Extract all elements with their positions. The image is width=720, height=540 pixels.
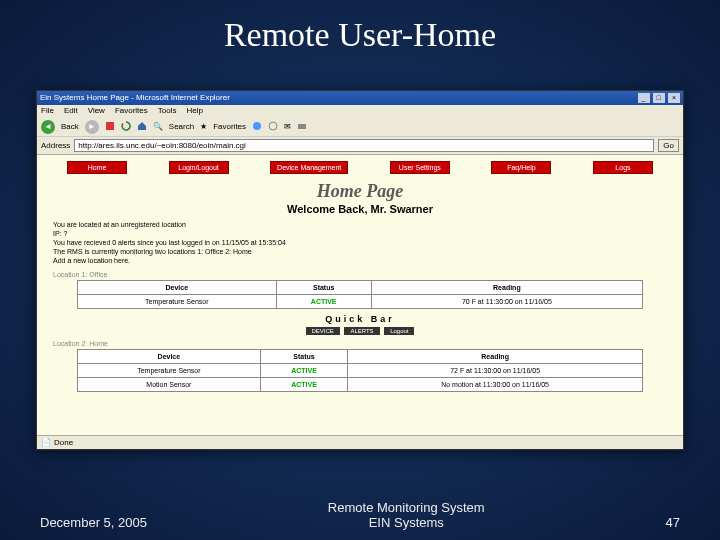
- minimize-button[interactable]: _: [638, 93, 650, 103]
- window-title: Ein Systems Home Page - Microsoft Intern…: [40, 91, 230, 105]
- nav-device-mgmt[interactable]: Device Management: [270, 161, 348, 174]
- cell-device: Motion Sensor: [78, 378, 261, 392]
- qb-alerts-button[interactable]: ALERTS: [344, 327, 379, 335]
- maximize-button[interactable]: □: [653, 93, 665, 103]
- refresh-icon[interactable]: [121, 121, 131, 133]
- info-block: You are located at an unregistered locat…: [37, 218, 683, 269]
- menu-favorites[interactable]: Favorites: [115, 105, 148, 117]
- footer-center: Remote Monitoring System EIN Systems: [328, 500, 485, 530]
- col-status: Status: [260, 350, 347, 364]
- quickbar-label: Quick Bar: [37, 313, 683, 325]
- info-line: You have recieved 0 alerts since you las…: [53, 238, 667, 247]
- location-1-title: Location 1: Office: [37, 269, 683, 280]
- cell-reading: 70 F at 11:30:00 on 11/16/05: [371, 295, 642, 309]
- qb-device-button[interactable]: DEVICE: [306, 327, 340, 335]
- welcome-text: Welcome Back, Mr. Swarner: [37, 203, 683, 218]
- mail-icon[interactable]: ✉: [284, 122, 291, 131]
- slide-footer: December 5, 2005 Remote Monitoring Syste…: [0, 500, 720, 530]
- nav-home[interactable]: Home: [67, 161, 127, 174]
- menu-view[interactable]: View: [88, 105, 105, 117]
- forward-icon[interactable]: ►: [85, 120, 99, 134]
- cell-reading: 72 F at 11:30:00 on 11/16/05: [348, 364, 643, 378]
- nav-tabs: Home Login/Logout Device Management User…: [37, 155, 683, 178]
- qb-logout-button[interactable]: Logout: [384, 327, 414, 335]
- history-icon[interactable]: [268, 121, 278, 133]
- cell-status: ACTIVE: [276, 295, 371, 309]
- browser-window: Ein Systems Home Page - Microsoft Intern…: [36, 90, 684, 450]
- favorites-label[interactable]: Favorites: [213, 122, 246, 131]
- menu-help[interactable]: Help: [186, 105, 202, 117]
- footer-line2: EIN Systems: [328, 515, 485, 530]
- page-heading: Home Page: [37, 178, 683, 203]
- info-line: You are located at an unregistered locat…: [53, 220, 667, 229]
- statusbar: 📄 Done: [37, 435, 683, 449]
- addressbar: Address Go: [37, 137, 683, 155]
- address-label: Address: [41, 141, 70, 150]
- search-label[interactable]: Search: [169, 122, 194, 131]
- location-1-table: Device Status Reading Temperature Sensor…: [77, 280, 643, 309]
- menubar: File Edit View Favorites Tools Help: [37, 105, 683, 117]
- location-2-table: Device Status Reading Temperature Sensor…: [77, 349, 643, 392]
- back-label[interactable]: Back: [61, 122, 79, 131]
- titlebar: Ein Systems Home Page - Microsoft Intern…: [37, 91, 683, 105]
- quickbar: DEVICE ALERTS Logout: [37, 325, 683, 338]
- cell-device: Temperature Sensor: [78, 295, 277, 309]
- menu-tools[interactable]: Tools: [158, 105, 177, 117]
- svg-point-2: [269, 122, 277, 130]
- print-icon[interactable]: [297, 121, 307, 133]
- stop-icon[interactable]: [105, 121, 115, 133]
- info-line: IP: ?: [53, 229, 667, 238]
- svg-rect-0: [106, 122, 114, 130]
- status-icon: 📄: [41, 436, 51, 450]
- favorites-icon[interactable]: ★: [200, 122, 207, 131]
- cell-status: ACTIVE: [260, 378, 347, 392]
- slide-date: December 5, 2005: [40, 515, 147, 530]
- table-row: Temperature Sensor ACTIVE 70 F at 11:30:…: [78, 295, 643, 309]
- menu-edit[interactable]: Edit: [64, 105, 78, 117]
- page-body: Home Login/Logout Device Management User…: [37, 155, 683, 435]
- nav-logs[interactable]: Logs: [593, 161, 653, 174]
- col-status: Status: [276, 281, 371, 295]
- nav-login[interactable]: Login/Logout: [169, 161, 229, 174]
- cell-reading: No motion at 11:30:00 on 11/16/05: [348, 378, 643, 392]
- go-button[interactable]: Go: [658, 139, 679, 152]
- back-icon[interactable]: ◄: [41, 120, 55, 134]
- info-line: Add a new location here.: [53, 256, 667, 265]
- close-button[interactable]: ×: [668, 93, 680, 103]
- col-reading: Reading: [371, 281, 642, 295]
- col-device: Device: [78, 281, 277, 295]
- toolbar: ◄ Back ► 🔍 Search ★ Favorites ✉: [37, 117, 683, 137]
- home-icon[interactable]: [137, 121, 147, 133]
- nav-faq[interactable]: Faq/Help: [491, 161, 551, 174]
- address-input[interactable]: [74, 139, 654, 152]
- menu-file[interactable]: File: [41, 105, 54, 117]
- window-controls: _ □ ×: [637, 91, 680, 105]
- search-icon[interactable]: 🔍: [153, 122, 163, 131]
- svg-rect-3: [298, 124, 306, 129]
- table-row: Temperature Sensor ACTIVE 72 F at 11:30:…: [78, 364, 643, 378]
- col-device: Device: [78, 350, 261, 364]
- slide-number: 47: [666, 515, 680, 530]
- media-icon[interactable]: [252, 121, 262, 133]
- col-reading: Reading: [348, 350, 643, 364]
- nav-user-settings[interactable]: User Settings: [390, 161, 450, 174]
- table-row: Motion Sensor ACTIVE No motion at 11:30:…: [78, 378, 643, 392]
- cell-status: ACTIVE: [260, 364, 347, 378]
- slide-title: Remote User-Home: [0, 0, 720, 54]
- cell-device: Temperature Sensor: [78, 364, 261, 378]
- status-text: Done: [54, 436, 73, 450]
- info-line: The RMS is currently monitoring two loca…: [53, 247, 667, 256]
- footer-line1: Remote Monitoring System: [328, 500, 485, 515]
- svg-point-1: [253, 122, 261, 130]
- location-2-title: Location 2: Home: [37, 338, 683, 349]
